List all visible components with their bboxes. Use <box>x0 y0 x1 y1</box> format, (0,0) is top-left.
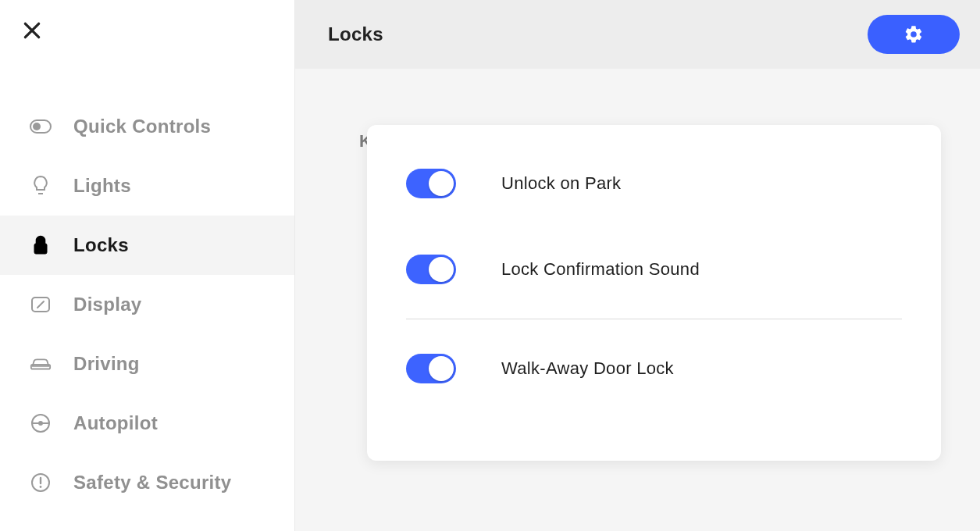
sidebar-item-locks[interactable]: Locks <box>0 216 294 275</box>
card-divider <box>406 319 902 319</box>
sidebar-item-display[interactable]: Display <box>0 275 294 334</box>
svg-point-11 <box>40 486 42 488</box>
wheel-icon <box>30 412 52 434</box>
toggle-lock-confirmation-sound[interactable] <box>406 255 456 284</box>
svg-point-1 <box>33 123 41 130</box>
gear-icon <box>903 24 924 45</box>
sidebar: Quick Controls Lights Locks Display <box>0 0 295 531</box>
sidebar-item-label: Driving <box>73 353 140 375</box>
toggle-row-walk-away-door-lock: Walk-Away Door Lock <box>406 326 902 412</box>
display-icon <box>30 294 52 315</box>
toggle-oval-icon <box>30 116 52 137</box>
sidebar-nav: Quick Controls Lights Locks Display <box>0 84 294 512</box>
lock-icon <box>30 234 52 256</box>
toggle-label: Walk-Away Door Lock <box>501 358 674 379</box>
toggle-row-unlock-on-park: Unlock on Park <box>406 141 902 226</box>
toggle-knob <box>429 356 454 381</box>
settings-card: Unlock on Park Lock Confirmation Sound W… <box>367 125 941 461</box>
toggle-unlock-on-park[interactable] <box>406 169 456 198</box>
close-icon <box>22 20 42 41</box>
main-panel: Locks K Unlock on Park Lock Confirmation… <box>295 0 980 531</box>
alert-icon <box>30 472 52 494</box>
sidebar-item-label: Display <box>73 294 141 315</box>
sidebar-item-label: Autopilot <box>73 412 158 434</box>
sidebar-item-quick-controls[interactable]: Quick Controls <box>0 97 294 156</box>
sidebar-item-autopilot[interactable]: Autopilot <box>0 394 294 453</box>
content-area: K Unlock on Park Lock Confirmation Sound… <box>295 69 980 531</box>
page-header: Locks <box>295 0 980 69</box>
toggle-row-lock-confirmation-sound: Lock Confirmation Sound <box>406 226 902 312</box>
toggle-label: Lock Confirmation Sound <box>501 259 700 280</box>
toggle-walk-away-door-lock[interactable] <box>406 354 456 383</box>
toggle-knob <box>429 171 454 196</box>
toggle-label: Unlock on Park <box>501 173 621 194</box>
sidebar-item-safety-security[interactable]: Safety & Security <box>0 453 294 512</box>
sidebar-item-label: Locks <box>73 234 129 256</box>
app-root: Quick Controls Lights Locks Display <box>0 0 980 531</box>
close-area <box>0 0 294 84</box>
sidebar-item-label: Safety & Security <box>73 472 232 494</box>
sidebar-item-driving[interactable]: Driving <box>0 334 294 394</box>
bulb-icon <box>30 175 52 197</box>
settings-button[interactable] <box>868 15 960 54</box>
page-title: Locks <box>328 23 383 45</box>
sidebar-item-label: Lights <box>73 175 131 197</box>
svg-rect-5 <box>31 365 50 369</box>
toggle-knob <box>429 257 454 282</box>
svg-rect-3 <box>34 244 47 254</box>
car-icon <box>30 353 52 375</box>
sidebar-item-label: Quick Controls <box>73 116 211 137</box>
close-button[interactable] <box>20 19 44 42</box>
sidebar-item-lights[interactable]: Lights <box>0 156 294 216</box>
